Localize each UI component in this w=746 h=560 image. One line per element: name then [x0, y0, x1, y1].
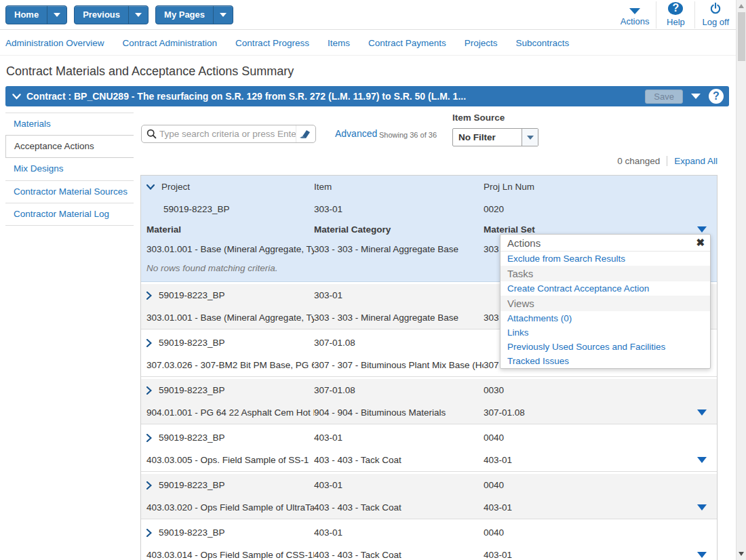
- scrollbar-thumb[interactable]: [738, 12, 745, 61]
- item-value: 307-01.08: [314, 385, 484, 395]
- nav-subcontracts[interactable]: Subcontracts: [516, 38, 570, 48]
- sidebar-item-mix-designs[interactable]: Mix Designs: [5, 158, 134, 180]
- popup-link-tracked-issues[interactable]: Tracked Issues: [500, 354, 710, 368]
- proj-ln-num-value: 0040: [484, 433, 717, 443]
- actions-triangle-icon: [629, 8, 640, 14]
- home-dropdown-button[interactable]: [47, 6, 66, 24]
- row-actions-menu-button[interactable]: [697, 409, 707, 416]
- expand-all-link[interactable]: Expand All: [667, 156, 718, 166]
- item-source-value: No Filter: [453, 132, 522, 142]
- project-row[interactable]: 59019-8223_BP 403-01 0040: [141, 521, 717, 544]
- material-row[interactable]: 403.03.020 - Ops Field Sample of UltraTa…: [141, 496, 717, 519]
- material-row[interactable]: 904.01.001 - PG 64 22 Asphalt Cem Hot M …: [141, 401, 717, 424]
- contract-title: Contract : BP_CNU289 - The resurfacing o…: [26, 91, 645, 102]
- contract-help-icon[interactable]: ?: [709, 89, 724, 104]
- item-value: 303-01: [314, 290, 484, 300]
- chevron-down-icon: [135, 13, 142, 17]
- column-header-material-category: Material Category: [314, 224, 484, 235]
- project-value: 59019-8223_BP: [146, 204, 230, 214]
- my-pages-button[interactable]: My Pages: [155, 5, 233, 24]
- project-value: 59019-8223_BP: [159, 385, 225, 395]
- expand-row-chevron-icon[interactable]: [146, 386, 152, 395]
- collapse-row-chevron-icon[interactable]: [146, 184, 155, 190]
- nav-items[interactable]: Items: [328, 38, 350, 48]
- advanced-search-link[interactable]: Advanced: [335, 128, 377, 139]
- popup-link-links[interactable]: Links: [500, 325, 710, 340]
- row-actions-menu-button[interactable]: [697, 457, 707, 463]
- table-row-group[interactable]: 59019-8223_BP 403-01 0040 403.03.005 - O…: [141, 426, 717, 472]
- popup-link-exclude[interactable]: Exclude from Search Results: [500, 252, 710, 266]
- project-row[interactable]: 59019-8223_BP 307-01.08 0030: [141, 379, 717, 401]
- column-header-proj-ln-num: Proj Ln Num: [484, 182, 717, 192]
- scroll-up-arrow-icon[interactable]: [739, 4, 744, 8]
- expand-row-chevron-icon[interactable]: [146, 529, 152, 537]
- previous-button[interactable]: Previous: [74, 5, 149, 24]
- item-source-label: Item Source: [452, 113, 505, 123]
- popup-link-create-acceptance-action[interactable]: Create Contract Acceptance Action: [500, 281, 710, 296]
- home-button[interactable]: Home: [5, 5, 67, 24]
- material-value: 403.03.020 - Ops Field Sample of UltraTa…: [141, 502, 314, 513]
- logoff-button[interactable]: Log off: [695, 0, 736, 30]
- row-actions-menu-button[interactable]: [697, 552, 707, 558]
- popup-link-attachments[interactable]: Attachments (0): [500, 311, 710, 325]
- item-source-dropdown-button[interactable]: [522, 129, 538, 146]
- contract-menu-caret-icon[interactable]: [691, 94, 701, 99]
- column-header-project: Project: [161, 182, 190, 192]
- sidebar-item-contractor-material-log[interactable]: Contractor Material Log: [5, 203, 134, 226]
- table-row-group[interactable]: 59019-8223_BP 403-01 0040 403.03.020 - O…: [141, 474, 717, 519]
- nav-contract-administration[interactable]: Contract Administration: [123, 38, 218, 48]
- material-value: 904.01.001 - PG 64 22 Asphalt Cem Hot M: [141, 407, 314, 418]
- sidebar-item-materials[interactable]: Materials: [5, 113, 134, 136]
- row-actions-menu-button[interactable]: [697, 226, 707, 233]
- scroll-down-arrow-icon[interactable]: [739, 552, 744, 556]
- material-row[interactable]: 403.03.005 - Ops. Field Sample of SS-1 4…: [141, 449, 717, 471]
- table-row-group[interactable]: 59019-8223_BP 307-01.08 0030 904.01.001 …: [141, 379, 717, 424]
- sidebar-item-acceptance-actions[interactable]: Acceptance Actions: [5, 135, 134, 158]
- material-set-value: 307-01.08: [484, 407, 697, 418]
- column-header-material-set: Material Set: [484, 224, 697, 235]
- expand-row-chevron-icon[interactable]: [146, 339, 152, 347]
- nav-contract-progress[interactable]: Contract Progress: [235, 38, 309, 48]
- row-actions-menu-button[interactable]: [697, 504, 707, 511]
- material-category-value: 403 - 403 - Tack Coat: [314, 455, 484, 465]
- proj-ln-num-value: 0040: [484, 527, 717, 538]
- material-category-value: 303 - 303 - Mineral Aggregate Base: [314, 313, 484, 323]
- item-source-select[interactable]: No Filter: [452, 128, 538, 146]
- nav-contract-payments[interactable]: Contract Payments: [368, 38, 446, 48]
- material-category-value: 403 - 403 - Tack Coat: [314, 550, 484, 560]
- project-row[interactable]: 59019-8223_BP 403-01 0040: [141, 426, 717, 449]
- item-value: 403-01: [314, 480, 484, 490]
- help-icon: ?: [668, 2, 683, 15]
- popup-section-views: Views: [500, 296, 710, 311]
- search-input[interactable]: [159, 125, 296, 142]
- collapse-chevron-icon[interactable]: [12, 94, 21, 100]
- nav-administration-overview[interactable]: Administration Overview: [5, 38, 104, 48]
- material-set-value: 403-01: [484, 502, 697, 513]
- project-value-row[interactable]: 59019-8223_BP 303-01 0020: [141, 198, 717, 220]
- my-pages-dropdown-button[interactable]: [213, 6, 233, 24]
- expand-row-chevron-icon[interactable]: [146, 292, 152, 300]
- expand-row-chevron-icon[interactable]: [146, 481, 152, 489]
- actions-menu-button[interactable]: Actions: [614, 0, 656, 30]
- search-icon[interactable]: [142, 129, 159, 139]
- project-row[interactable]: 59019-8223_BP 403-01 0040: [141, 474, 717, 496]
- material-row[interactable]: 403.03.014 - Ops Field Sample of CSS-1h …: [141, 544, 717, 560]
- column-header-item: Item: [314, 182, 484, 192]
- previous-dropdown-button[interactable]: [128, 6, 148, 24]
- help-button[interactable]: ? Help: [656, 0, 694, 30]
- item-value: 403-01: [314, 433, 484, 443]
- material-category-value: 403 - 403 - Tack Coat: [314, 502, 484, 513]
- material-value: 307.03.026 - 307-BM2 Bit PM Base, PG 64: [141, 360, 314, 370]
- home-button-label: Home: [6, 9, 47, 20]
- table-row-group[interactable]: 59019-8223_BP 403-01 0040 403.03.014 - O…: [141, 521, 717, 560]
- close-icon[interactable]: ✖: [696, 237, 705, 249]
- top-toolbar: Home Previous My Pages Actions ? Help: [0, 0, 736, 30]
- expand-row-chevron-icon[interactable]: [146, 434, 152, 442]
- eraser-icon[interactable]: [296, 125, 315, 142]
- sidebar-item-contractor-material-sources[interactable]: Contractor Material Sources: [5, 181, 134, 203]
- save-button[interactable]: Save: [645, 89, 683, 104]
- popup-link-previously-used-sources[interactable]: Previously Used Sources and Facilities: [500, 340, 710, 354]
- nav-projects[interactable]: Projects: [465, 38, 498, 48]
- vertical-scrollbar[interactable]: [736, 0, 746, 560]
- project-value: 59019-8223_BP: [159, 338, 225, 348]
